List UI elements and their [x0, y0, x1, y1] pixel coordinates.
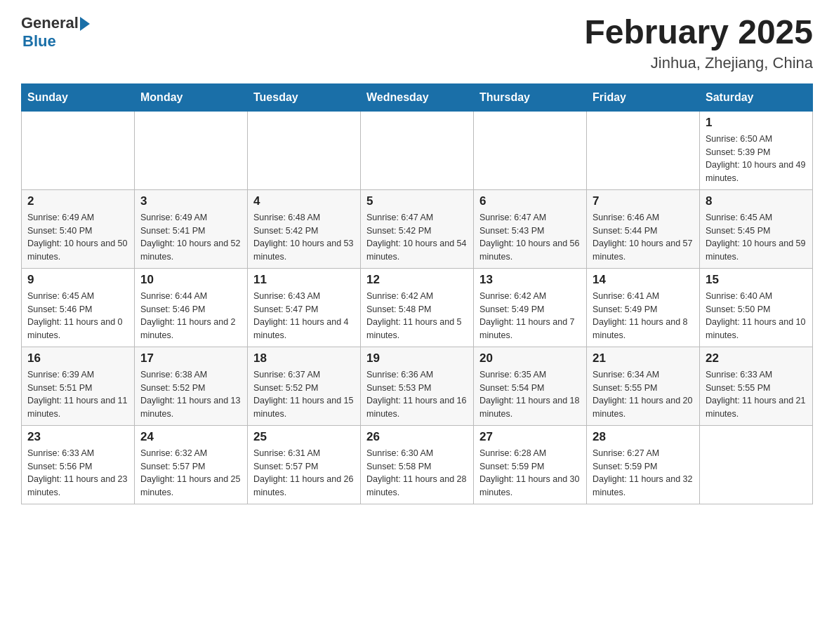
calendar-table: Sunday Monday Tuesday Wednesday Thursday… — [21, 83, 813, 504]
calendar-week-row: 16Sunrise: 6:39 AMSunset: 5:51 PMDayligh… — [22, 347, 813, 425]
day-info: Sunrise: 6:46 AMSunset: 5:44 PMDaylight:… — [593, 211, 694, 264]
day-number: 22 — [706, 351, 807, 365]
calendar-week-row: 9Sunrise: 6:45 AMSunset: 5:46 PMDaylight… — [22, 268, 813, 347]
table-row: 2Sunrise: 6:49 AMSunset: 5:40 PMDaylight… — [22, 189, 135, 268]
table-row: 24Sunrise: 6:32 AMSunset: 5:57 PMDayligh… — [135, 425, 248, 504]
header-thursday: Thursday — [474, 83, 587, 111]
day-number: 14 — [593, 273, 694, 287]
table-row: 19Sunrise: 6:36 AMSunset: 5:53 PMDayligh… — [361, 347, 474, 425]
table-row: 16Sunrise: 6:39 AMSunset: 5:51 PMDayligh… — [22, 347, 135, 425]
day-info: Sunrise: 6:42 AMSunset: 5:49 PMDaylight:… — [479, 290, 581, 342]
table-row: 28Sunrise: 6:27 AMSunset: 5:59 PMDayligh… — [587, 425, 700, 504]
day-number: 3 — [140, 194, 241, 208]
logo-blue-text: Blue — [22, 32, 56, 51]
day-number: 20 — [479, 351, 581, 365]
day-number: 21 — [593, 351, 694, 365]
table-row: 6Sunrise: 6:47 AMSunset: 5:43 PMDaylight… — [474, 189, 587, 268]
table-row: 21Sunrise: 6:34 AMSunset: 5:55 PMDayligh… — [587, 347, 700, 425]
header-sunday: Sunday — [22, 83, 135, 111]
table-row: 23Sunrise: 6:33 AMSunset: 5:56 PMDayligh… — [22, 425, 135, 504]
table-row: 10Sunrise: 6:44 AMSunset: 5:46 PMDayligh… — [135, 268, 248, 347]
day-info: Sunrise: 6:45 AMSunset: 5:45 PMDaylight:… — [706, 211, 807, 264]
table-row: 15Sunrise: 6:40 AMSunset: 5:50 PMDayligh… — [700, 268, 813, 347]
header-saturday: Saturday — [700, 83, 813, 111]
table-row: 3Sunrise: 6:49 AMSunset: 5:41 PMDaylight… — [135, 189, 248, 268]
table-row: 22Sunrise: 6:33 AMSunset: 5:55 PMDayligh… — [700, 347, 813, 425]
day-info: Sunrise: 6:42 AMSunset: 5:48 PMDaylight:… — [366, 290, 468, 342]
table-row: 1Sunrise: 6:50 AMSunset: 5:39 PMDaylight… — [700, 111, 813, 189]
table-row: 27Sunrise: 6:28 AMSunset: 5:59 PMDayligh… — [474, 425, 587, 504]
day-info: Sunrise: 6:30 AMSunset: 5:58 PMDaylight:… — [366, 447, 468, 499]
day-number: 2 — [27, 194, 128, 208]
day-info: Sunrise: 6:32 AMSunset: 5:57 PMDaylight:… — [140, 447, 241, 499]
table-row: 14Sunrise: 6:41 AMSunset: 5:49 PMDayligh… — [587, 268, 700, 347]
table-row — [135, 111, 248, 189]
day-info: Sunrise: 6:35 AMSunset: 5:54 PMDaylight:… — [479, 368, 581, 421]
table-row: 5Sunrise: 6:47 AMSunset: 5:42 PMDaylight… — [361, 189, 474, 268]
month-title: February 2025 — [584, 14, 813, 51]
header-tuesday: Tuesday — [248, 83, 361, 111]
day-info: Sunrise: 6:31 AMSunset: 5:57 PMDaylight:… — [253, 447, 355, 499]
table-row: 12Sunrise: 6:42 AMSunset: 5:48 PMDayligh… — [361, 268, 474, 347]
logo-arrow-icon — [80, 17, 90, 31]
table-row — [361, 111, 474, 189]
day-number: 1 — [706, 116, 807, 130]
header-friday: Friday — [587, 83, 700, 111]
day-number: 13 — [479, 273, 581, 287]
table-row: 20Sunrise: 6:35 AMSunset: 5:54 PMDayligh… — [474, 347, 587, 425]
day-info: Sunrise: 6:47 AMSunset: 5:43 PMDaylight:… — [479, 211, 581, 264]
location-title: Jinhua, Zhejiang, China — [584, 54, 813, 72]
day-number: 16 — [27, 351, 128, 365]
table-row: 18Sunrise: 6:37 AMSunset: 5:52 PMDayligh… — [248, 347, 361, 425]
day-number: 15 — [706, 273, 807, 287]
day-info: Sunrise: 6:33 AMSunset: 5:56 PMDaylight:… — [27, 447, 128, 499]
day-info: Sunrise: 6:43 AMSunset: 5:47 PMDaylight:… — [253, 290, 355, 342]
day-number: 24 — [140, 430, 241, 444]
day-info: Sunrise: 6:48 AMSunset: 5:42 PMDaylight:… — [253, 211, 355, 264]
day-number: 18 — [253, 351, 355, 365]
table-row: 26Sunrise: 6:30 AMSunset: 5:58 PMDayligh… — [361, 425, 474, 504]
table-row: 7Sunrise: 6:46 AMSunset: 5:44 PMDaylight… — [587, 189, 700, 268]
day-info: Sunrise: 6:49 AMSunset: 5:41 PMDaylight:… — [140, 211, 241, 264]
day-info: Sunrise: 6:50 AMSunset: 5:39 PMDaylight:… — [706, 133, 807, 185]
logo-general-text: General — [21, 14, 79, 32]
day-number: 26 — [366, 430, 468, 444]
day-number: 7 — [593, 194, 694, 208]
day-number: 25 — [253, 430, 355, 444]
table-row — [248, 111, 361, 189]
day-number: 8 — [706, 194, 807, 208]
calendar-week-row: 23Sunrise: 6:33 AMSunset: 5:56 PMDayligh… — [22, 425, 813, 504]
day-info: Sunrise: 6:27 AMSunset: 5:59 PMDaylight:… — [593, 447, 694, 499]
day-number: 23 — [27, 430, 128, 444]
day-number: 12 — [366, 273, 468, 287]
day-number: 10 — [140, 273, 241, 287]
day-info: Sunrise: 6:36 AMSunset: 5:53 PMDaylight:… — [366, 368, 468, 421]
day-info: Sunrise: 6:33 AMSunset: 5:55 PMDaylight:… — [706, 368, 807, 421]
day-number: 27 — [479, 430, 581, 444]
day-number: 28 — [593, 430, 694, 444]
table-row: 17Sunrise: 6:38 AMSunset: 5:52 PMDayligh… — [135, 347, 248, 425]
day-info: Sunrise: 6:37 AMSunset: 5:52 PMDaylight:… — [253, 368, 355, 421]
day-number: 4 — [253, 194, 355, 208]
table-row — [587, 111, 700, 189]
day-info: Sunrise: 6:38 AMSunset: 5:52 PMDaylight:… — [140, 368, 241, 421]
day-info: Sunrise: 6:40 AMSunset: 5:50 PMDaylight:… — [706, 290, 807, 342]
day-info: Sunrise: 6:49 AMSunset: 5:40 PMDaylight:… — [27, 211, 128, 264]
day-number: 9 — [27, 273, 128, 287]
day-number: 5 — [366, 194, 468, 208]
table-row: 13Sunrise: 6:42 AMSunset: 5:49 PMDayligh… — [474, 268, 587, 347]
table-row — [700, 425, 813, 504]
day-number: 17 — [140, 351, 241, 365]
day-info: Sunrise: 6:28 AMSunset: 5:59 PMDaylight:… — [479, 447, 581, 499]
header-monday: Monday — [135, 83, 248, 111]
table-row: 4Sunrise: 6:48 AMSunset: 5:42 PMDaylight… — [248, 189, 361, 268]
table-row: 25Sunrise: 6:31 AMSunset: 5:57 PMDayligh… — [248, 425, 361, 504]
table-row: 8Sunrise: 6:45 AMSunset: 5:45 PMDaylight… — [700, 189, 813, 268]
header-wednesday: Wednesday — [361, 83, 474, 111]
day-info: Sunrise: 6:45 AMSunset: 5:46 PMDaylight:… — [27, 290, 128, 342]
calendar-week-row: 1Sunrise: 6:50 AMSunset: 5:39 PMDaylight… — [22, 111, 813, 189]
day-info: Sunrise: 6:44 AMSunset: 5:46 PMDaylight:… — [140, 290, 241, 342]
calendar-header-row: Sunday Monday Tuesday Wednesday Thursday… — [22, 83, 813, 111]
title-section: February 2025 Jinhua, Zhejiang, China — [584, 14, 813, 72]
day-number: 6 — [479, 194, 581, 208]
